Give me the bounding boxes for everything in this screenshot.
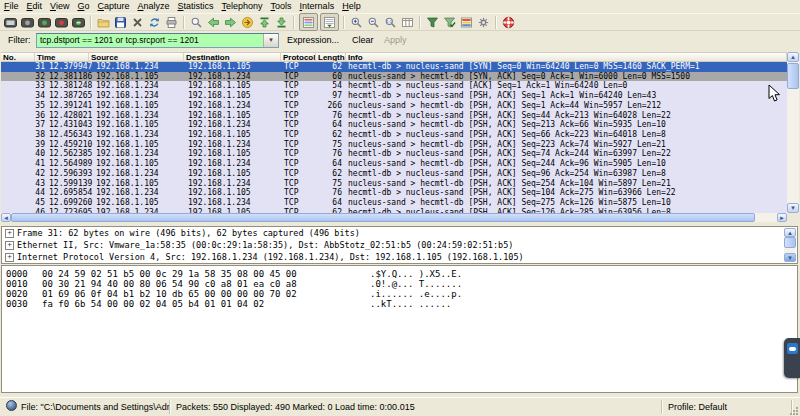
expression-button[interactable]: Expression... [287,35,339,45]
packet-row[interactable]: 3812.456343192.168.1.234192.168.1.105TCP… [1,130,787,140]
packet-row[interactable]: 3212.381186192.168.1.105192.168.1.234TCP… [1,72,787,82]
scroll-down-icon[interactable]: ▼ [787,203,799,213]
hex-dump-pane[interactable]: 000000 24 59 02 51 b5 00 0c 29 1a 58 35 … [1,265,798,393]
detail-line[interactable]: +Internet Protocol Version 4, Src: 192.1… [2,251,797,263]
file-open-icon[interactable] [96,15,111,30]
file-close-icon[interactable] [130,15,145,30]
menu-telephony[interactable]: Telephony [218,0,267,13]
packet-row[interactable]: 3612.428021192.168.1.234192.168.1.105TCP… [1,111,787,121]
resize-grip-icon[interactable] [789,406,799,416]
details-scroll-thumb[interactable] [784,237,796,248]
packet-row[interactable]: 3712.431043192.168.1.105192.168.1.234TCP… [1,120,787,130]
status-file-section[interactable]: File: "C:\Documents and Settings\Adminis… [2,400,170,414]
display-filters-icon[interactable] [442,15,457,30]
details-vertical-scrollbar[interactable]: ▲ ▼ [784,228,796,262]
clear-button[interactable]: Clear [352,35,374,45]
packet-row[interactable]: 3412.387265192.168.1.234192.168.1.105TCP… [1,91,787,101]
teamviewer-side-tab[interactable] [784,338,800,378]
capture-options-icon[interactable] [20,15,35,30]
cell-dst: 192.168.1.105 [188,169,251,179]
column-header-info[interactable]: Info [346,53,787,61]
menu-internals[interactable]: Internals [296,0,339,13]
apply-button[interactable]: Apply [384,35,407,45]
expander-plus-icon[interactable]: + [5,253,14,262]
packet-row[interactable]: 4212.596393192.168.1.234192.168.1.105TCP… [1,169,787,179]
status-profile-section[interactable]: Profile: Default [664,400,792,414]
scroll-right-icon[interactable]: ► [777,213,787,222]
menu-go[interactable]: Go [73,0,93,13]
print-icon[interactable] [164,15,179,30]
menu-file[interactable]: File [0,0,23,13]
find-icon[interactable] [189,15,204,30]
expander-plus-icon[interactable]: + [5,241,14,250]
capture-start-icon[interactable] [37,15,52,30]
hex-line[interactable]: 0030fa f0 6b 54 00 00 02 04 05 b4 01 01 … [2,299,797,309]
detail-line[interactable]: +Ethernet II, Src: Vmware_1a:58:35 (00:0… [2,239,797,251]
hex-line[interactable]: 001000 30 21 94 40 00 80 06 54 90 c0 a8 … [2,279,797,289]
menu-tools[interactable]: Tools [267,0,296,13]
cell-no: 39 [1,140,45,150]
menu-help[interactable]: Help [338,0,365,13]
column-header-no[interactable]: No. [1,53,35,61]
detail-line[interactable]: +Frame 31: 62 bytes on wire (496 bits), … [2,227,797,239]
packet-list-vertical-scrollbar[interactable]: ▲ ▼ [787,52,799,213]
go-top-icon[interactable] [257,15,272,30]
autoscroll-toggle-icon[interactable] [320,13,339,31]
go-to-packet-icon[interactable] [240,15,255,30]
filter-combobox[interactable]: tcp.dstport == 1201 or tcp.srcport == 12… [36,33,279,48]
zoom-out-icon[interactable] [366,15,381,30]
scroll-left-icon[interactable]: ◄ [1,213,11,222]
coloring-rules-icon[interactable] [459,15,474,30]
vertical-scroll-thumb[interactable] [787,63,799,89]
zoom-100-icon[interactable]: 1:1 [383,15,398,30]
packet-row[interactable]: 4312.599139192.168.1.105192.168.1.234TCP… [1,179,787,189]
packet-row[interactable]: 4012.562385192.168.1.234192.168.1.105TCP… [1,149,787,159]
go-back-icon[interactable] [206,15,221,30]
menu-capture[interactable]: Capture [93,0,133,13]
column-header-source[interactable]: Source [89,53,184,61]
scroll-up-icon[interactable]: ▲ [787,52,799,62]
preferences-icon[interactable] [476,15,491,30]
expander-plus-icon[interactable]: + [5,229,14,238]
cell-no: 45 [1,198,45,208]
packet-row[interactable]: 4412.695854192.168.1.234192.168.1.105TCP… [1,188,787,198]
packet-row[interactable]: 4112.564989192.168.1.105192.168.1.234TCP… [1,159,787,169]
hex-line[interactable]: 000000 24 59 02 51 b5 00 0c 29 1a 58 35 … [2,269,797,279]
cell-proto: TCP [284,149,298,159]
horizontal-scroll-thumb[interactable] [11,213,755,222]
packet-row[interactable]: 4512.699260192.168.1.105192.168.1.234TCP… [1,198,787,208]
column-header-destination[interactable]: Destination [184,53,281,61]
expert-info-indicator[interactable] [6,400,17,411]
packet-row[interactable]: 3312.381248192.168.1.234192.168.1.105TCP… [1,81,787,91]
column-header-length[interactable]: Length [316,53,346,61]
capture-restart-icon[interactable] [71,15,86,30]
scroll-up-icon[interactable]: ▲ [784,228,796,237]
packet-row[interactable]: 3912.459210192.168.1.105192.168.1.234TCP… [1,140,787,150]
capture-stop-icon[interactable] [54,15,69,30]
zoom-in-icon[interactable] [349,15,364,30]
menu-view[interactable]: View [46,0,73,13]
go-bottom-icon[interactable] [274,15,289,30]
go-forward-icon[interactable] [223,15,238,30]
column-header-time[interactable]: Time [35,53,89,61]
hex-line[interactable]: 002001 69 06 0f 04 b1 b2 10 db 65 00 00 … [2,289,797,299]
help-icon[interactable] [501,15,516,30]
packet-list[interactable]: 3112.379947192.168.1.234192.168.1.105TCP… [1,62,787,213]
interface-list-icon[interactable] [3,15,18,30]
colorize-toggle-icon[interactable] [299,13,318,31]
packet-row[interactable]: 3512.391241192.168.1.105192.168.1.234TCP… [1,101,787,111]
column-header-protocol[interactable]: Protocol [281,53,316,61]
menu-edit[interactable]: Edit [23,0,47,13]
menu-analyze[interactable]: Analyze [133,0,173,13]
capture-filters-icon[interactable] [425,15,440,30]
packet-row[interactable]: 3112.379947192.168.1.234192.168.1.105TCP… [1,62,787,72]
packet-list-horizontal-scrollbar[interactable]: ◄ ► [1,213,787,222]
filter-input[interactable]: tcp.dstport == 1201 or tcp.srcport == 12… [40,35,199,45]
resize-columns-icon[interactable] [400,15,415,30]
filter-dropdown-arrow-icon[interactable]: ▼ [263,34,278,47]
packet-details-pane[interactable]: +Frame 31: 62 bytes on wire (496 bits), … [1,226,798,264]
scroll-down-icon[interactable]: ▼ [784,253,796,262]
reload-icon[interactable] [147,15,162,30]
file-save-icon[interactable] [113,15,128,30]
menu-statistics[interactable]: Statistics [174,0,218,13]
